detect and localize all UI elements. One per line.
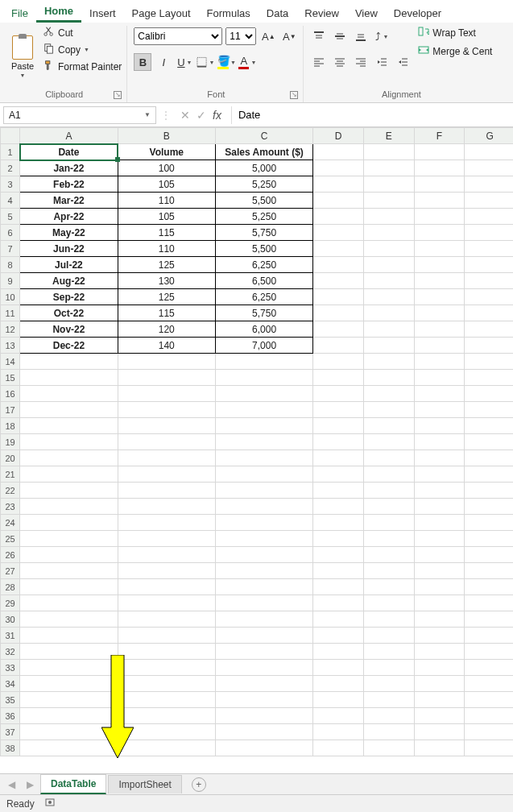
align-left-button[interactable] — [310, 53, 328, 71]
cell-A32[interactable] — [20, 644, 118, 660]
cell-G28[interactable] — [465, 579, 513, 595]
cell-E36[interactable] — [363, 708, 414, 724]
row-header-31[interactable]: 31 — [1, 628, 20, 644]
cell-E19[interactable] — [363, 434, 414, 450]
tab-developer[interactable]: Developer — [386, 2, 449, 23]
cell-E24[interactable] — [363, 515, 414, 531]
row-header-25[interactable]: 25 — [1, 531, 20, 547]
cell-A37[interactable] — [20, 724, 118, 740]
cell-D24[interactable] — [313, 515, 364, 531]
cell-G12[interactable] — [465, 321, 513, 338]
cell-G10[interactable] — [465, 289, 513, 305]
cell-C29[interactable] — [215, 595, 312, 611]
row-header-32[interactable]: 32 — [1, 644, 20, 660]
cell-G13[interactable] — [465, 338, 513, 354]
cell-A18[interactable] — [20, 418, 118, 434]
cell-A6[interactable]: May-22 — [20, 225, 118, 241]
cell-B30[interactable] — [118, 611, 215, 628]
cell-D11[interactable] — [313, 305, 364, 321]
cell-B28[interactable] — [118, 579, 215, 595]
cell-C5[interactable]: 5,250 — [215, 209, 312, 225]
cell-F18[interactable] — [414, 418, 465, 434]
cell-B15[interactable] — [118, 370, 215, 386]
cell-G37[interactable] — [465, 724, 513, 740]
cell-D21[interactable] — [313, 466, 364, 483]
cell-F13[interactable] — [414, 338, 465, 354]
italic-button[interactable]: I — [155, 53, 172, 71]
cell-F28[interactable] — [414, 579, 465, 595]
cell-A31[interactable] — [20, 628, 118, 644]
cell-E7[interactable] — [363, 241, 414, 257]
cell-F10[interactable] — [414, 289, 465, 305]
cell-G15[interactable] — [465, 370, 513, 386]
cell-G27[interactable] — [465, 563, 513, 579]
cell-C30[interactable] — [215, 611, 312, 628]
cell-F20[interactable] — [414, 450, 465, 466]
row-header-16[interactable]: 16 — [1, 386, 20, 402]
cell-B14[interactable] — [118, 354, 215, 370]
cell-G23[interactable] — [465, 499, 513, 515]
cell-B34[interactable] — [118, 676, 215, 692]
cell-G25[interactable] — [465, 531, 513, 547]
row-header-5[interactable]: 5 — [1, 209, 20, 225]
cell-D18[interactable] — [313, 418, 364, 434]
cell-A4[interactable]: Mar-22 — [20, 193, 118, 209]
cell-A22[interactable] — [20, 483, 118, 499]
cell-A38[interactable] — [20, 740, 118, 756]
col-header-G[interactable]: G — [465, 128, 513, 144]
cell-E8[interactable] — [363, 257, 414, 273]
cell-A23[interactable] — [20, 499, 118, 515]
cell-G35[interactable] — [465, 692, 513, 708]
cell-G7[interactable] — [465, 241, 513, 257]
font-name-select[interactable]: Calibri — [134, 27, 222, 45]
cell-E15[interactable] — [363, 370, 414, 386]
cell-C31[interactable] — [215, 628, 312, 644]
cell-F2[interactable] — [414, 160, 465, 176]
tab-review[interactable]: Review — [296, 2, 347, 23]
cell-G6[interactable] — [465, 225, 513, 241]
cell-C33[interactable] — [215, 660, 312, 676]
cell-F25[interactable] — [414, 531, 465, 547]
cell-F24[interactable] — [414, 515, 465, 531]
row-header-11[interactable]: 11 — [1, 305, 20, 321]
cell-B1[interactable]: Volume — [118, 144, 215, 160]
add-sheet-button[interactable]: + — [192, 777, 206, 792]
cell-D36[interactable] — [313, 708, 364, 724]
cell-B31[interactable] — [118, 628, 215, 644]
cell-G16[interactable] — [465, 386, 513, 402]
cell-C24[interactable] — [215, 515, 312, 531]
cell-C23[interactable] — [215, 499, 312, 515]
row-header-36[interactable]: 36 — [1, 708, 20, 724]
merge-center-button[interactable]: Merge & Cent — [418, 44, 492, 58]
row-header-27[interactable]: 27 — [1, 563, 20, 579]
macro-record-icon[interactable] — [44, 797, 56, 810]
cell-C3[interactable]: 5,250 — [215, 176, 312, 193]
cell-D22[interactable] — [313, 483, 364, 499]
cell-G33[interactable] — [465, 660, 513, 676]
underline-button[interactable]: U▼ — [176, 53, 193, 71]
cell-C25[interactable] — [215, 531, 312, 547]
cell-F11[interactable] — [414, 305, 465, 321]
align-top-button[interactable] — [310, 27, 328, 45]
cell-D15[interactable] — [313, 370, 364, 386]
cell-B35[interactable] — [118, 692, 215, 708]
cell-D20[interactable] — [313, 450, 364, 466]
cell-C26[interactable] — [215, 547, 312, 563]
cell-C6[interactable]: 5,750 — [215, 225, 312, 241]
cell-E1[interactable] — [363, 144, 414, 160]
cell-C14[interactable] — [215, 354, 312, 370]
cell-D29[interactable] — [313, 595, 364, 611]
row-header-4[interactable]: 4 — [1, 193, 20, 209]
cell-A25[interactable] — [20, 531, 118, 547]
cell-E38[interactable] — [363, 740, 414, 756]
cell-B29[interactable] — [118, 595, 215, 611]
tab-insert[interactable]: Insert — [81, 2, 124, 23]
cell-G29[interactable] — [465, 595, 513, 611]
cell-F8[interactable] — [414, 257, 465, 273]
cell-E5[interactable] — [363, 209, 414, 225]
cell-E25[interactable] — [363, 531, 414, 547]
row-header-35[interactable]: 35 — [1, 692, 20, 708]
row-header-7[interactable]: 7 — [1, 241, 20, 257]
cell-D13[interactable] — [313, 338, 364, 354]
cell-D28[interactable] — [313, 579, 364, 595]
